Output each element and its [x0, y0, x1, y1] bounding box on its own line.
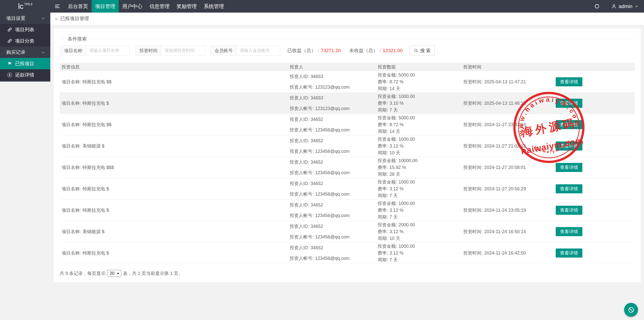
- view-details-button[interactable]: 查看详情: [556, 206, 582, 215]
- menu-toggle-icon[interactable]: [50, 0, 64, 13]
- breadcrumb-arrow: »: [55, 16, 58, 22]
- table-row: 项目名称:特斯拉充电 $ 投资人ID:34652 投资人帐号:123456@qq…: [60, 242, 635, 264]
- theme-toggle-fab[interactable]: [624, 303, 638, 317]
- amount-value: 5000.00: [398, 115, 415, 120]
- cell-actions: 查看详情: [546, 184, 635, 193]
- investor-id: 34652: [310, 117, 323, 122]
- project-name: 特斯拉充电 $$$: [83, 165, 114, 170]
- view-details-button[interactable]: 查看详情: [556, 120, 582, 129]
- period-label: 周期:: [378, 108, 388, 113]
- investor-account: 123123@qq.com: [315, 85, 349, 90]
- view-details-button[interactable]: 查看详情: [556, 99, 582, 108]
- amount-value: 1000.00: [398, 201, 415, 206]
- investor-account-label: 投资人帐号:: [290, 170, 313, 175]
- link-icon: [7, 39, 12, 43]
- sidebar-item-project-list[interactable]: 项目列表: [0, 24, 50, 35]
- refresh-icon[interactable]: [594, 4, 600, 9]
- cell-actions: 查看详情: [546, 163, 635, 172]
- invest-time-label: 投资时间:: [463, 79, 483, 84]
- investor-id: 34652: [310, 181, 323, 186]
- rate-value: 3.12 %: [389, 144, 404, 149]
- view-details-button[interactable]: 查看详情: [556, 184, 582, 193]
- logo-version: TP5.3: [24, 3, 32, 6]
- search-button[interactable]: 搜 索: [410, 46, 435, 56]
- sidebar-item-label: 已投项目: [15, 60, 34, 67]
- amount-value: 1000.00: [398, 94, 415, 99]
- project-name-group: 项目名称: [60, 46, 130, 56]
- project-label: 项目名称:: [62, 122, 81, 127]
- rate-label: 费率:: [378, 122, 388, 127]
- project-name: 特斯拉充电 $: [83, 251, 109, 256]
- nav-item-rewards[interactable]: 奖励管理: [173, 0, 200, 13]
- rate-value: 3.12 %: [389, 208, 404, 213]
- rate-label: 费率:: [378, 101, 388, 106]
- invest-time-label: 投资时间:: [463, 186, 483, 191]
- cell-actions: 查看详情: [546, 77, 635, 86]
- sidebar-item-label: 项目列表: [15, 26, 34, 33]
- sidebar-section-project-settings[interactable]: 项目设置: [0, 13, 50, 24]
- project-name-input[interactable]: [86, 46, 130, 55]
- cell-investor: 投资人ID:34652 投资人帐号:123456@qq.com: [290, 200, 378, 221]
- cell-invest-data: 投资金额:1000.00 费率:3.12 % 周期:7 天: [378, 243, 463, 263]
- earned-total: 已收益（总）：73271.20: [287, 47, 341, 54]
- sidebar-section-purchase-records[interactable]: 购买记录: [0, 47, 50, 58]
- content-panel: 条件搜索 项目名称 投资时间 会员账号 已收益（总）：73271.20 未收益（…: [54, 29, 641, 282]
- project-name: 特斯拉充电 $: [83, 208, 109, 213]
- view-details-button[interactable]: 查看详情: [556, 248, 582, 258]
- nav-item-system[interactable]: 系统管理: [200, 0, 227, 13]
- nav-item-users[interactable]: 用户中心: [119, 0, 146, 13]
- rate-value: 3.12 %: [389, 186, 404, 191]
- period-label: 周期:: [378, 236, 388, 241]
- view-details-button[interactable]: 查看详情: [556, 141, 582, 151]
- sidebar-item-project-category[interactable]: 项目分类: [0, 35, 50, 47]
- user-menu[interactable]: admin: [611, 4, 638, 9]
- amount-label: 投资金额:: [378, 137, 397, 142]
- invest-time-input[interactable]: [162, 46, 205, 55]
- invest-time-value: 2024-11-24 16:50:14: [484, 229, 526, 234]
- amount-value: 1000.00: [398, 244, 415, 249]
- cell-invest-time: 投资时间:2025-04-13 11:47:21: [463, 79, 546, 85]
- cell-investor: 投资人ID:34652 投资人帐号:123456@qq.com: [290, 178, 378, 199]
- view-details-button[interactable]: 查看详情: [556, 163, 582, 172]
- nav-item-projects[interactable]: 项目管理: [92, 0, 119, 13]
- invest-time-label: 投资时间:: [463, 251, 483, 256]
- cell-actions: 查看详情: [546, 227, 635, 236]
- project-name: 特斯拉充电 $$: [83, 122, 111, 127]
- member-account-input[interactable]: [237, 46, 280, 55]
- cell-invest-info: 项目名称:美锦能源 $: [60, 229, 290, 235]
- navbar-right: admin: [594, 0, 644, 13]
- nav-item-info[interactable]: 信息管理: [146, 0, 173, 13]
- cell-investor: 投资人ID:34652 投资人帐号:123456@qq.com: [290, 135, 378, 157]
- investor-account-label: 投资人帐号:: [290, 192, 313, 197]
- search-button-label: 搜 索: [420, 48, 431, 54]
- cell-invest-info: 项目名称:特斯拉充电 $$: [60, 122, 290, 128]
- cell-invest-data: 投资金额:10000.00 费率:15.92 % 周期:28 天: [378, 157, 463, 178]
- amount-label: 投资金额:: [378, 158, 397, 163]
- amount-value: 1000.00: [398, 137, 415, 142]
- sidebar-item-invested-projects[interactable]: ⚑ 已投项目: [0, 58, 50, 69]
- cell-invest-time: 投资时间:2024-11-27 20:58:01: [463, 164, 546, 170]
- cell-investor: 投资人ID:34652 投资人帐号:123456@qq.com: [290, 114, 378, 135]
- cell-investor: 投资人ID:34652 投资人帐号:123456@qq.com: [290, 221, 378, 242]
- nav-item-home[interactable]: 后台首页: [64, 0, 92, 13]
- amount-label: 投资金额:: [378, 73, 397, 78]
- investor-id-label: 投资人ID:: [290, 74, 309, 79]
- project-name: 特斯拉充电 $: [83, 101, 109, 106]
- amount-value: 10000.00: [398, 158, 417, 163]
- amount-value: 1000.00: [398, 180, 415, 185]
- view-details-button[interactable]: 查看详情: [556, 227, 582, 236]
- cell-invest-time: 投资时间:2024-11-24 23:05:19: [463, 207, 546, 213]
- rate-label: 费率:: [378, 251, 388, 256]
- view-details-button[interactable]: 查看详情: [556, 77, 582, 86]
- project-name: 美锦能源 $: [83, 229, 104, 234]
- page-size-select[interactable]: 20: [107, 270, 121, 277]
- rate-value: 3.12 %: [389, 229, 404, 234]
- cell-actions: 查看详情: [546, 141, 635, 151]
- rate-label: 费率:: [378, 165, 388, 170]
- chevron-down-icon: [41, 16, 45, 20]
- investor-account: 123456@qq.com: [315, 213, 349, 218]
- sidebar-item-repayment-details[interactable]: $ 还款详情: [0, 69, 50, 81]
- invest-time-value: 2025-04-13 11:46:15: [484, 101, 526, 106]
- invest-time-value: 2024-11-24 16:42:50: [484, 251, 526, 256]
- pagination-prefix: 共 9 条记录，每页显示: [60, 270, 105, 276]
